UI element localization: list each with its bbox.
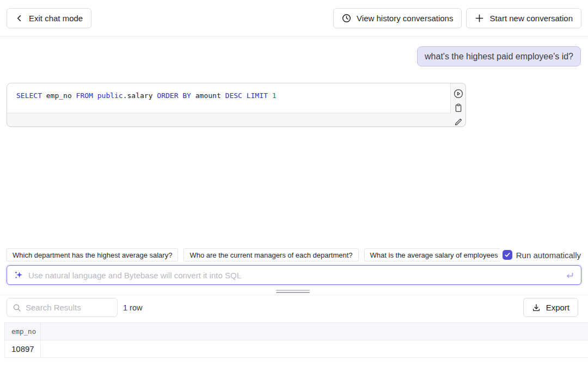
sql-token: SELECT: [16, 92, 42, 100]
sql-result-card: SELECT emp_no FROM public.salary ORDER B…: [7, 83, 466, 127]
copy-sql-button[interactable]: [454, 103, 463, 113]
run-sql-button[interactable]: [454, 89, 463, 99]
play-circle-icon: [454, 89, 463, 99]
results-table-body: 10897: [4, 340, 588, 358]
sql-code: SELECT emp_no FROM public.salary ORDER B…: [7, 83, 451, 113]
search-icon: [13, 303, 21, 312]
results-panel-divider: [0, 295, 588, 295]
start-new-conversation-button[interactable]: Start new conversation: [466, 8, 581, 28]
suggestion-chips: Which department has the highest average…: [7, 248, 500, 262]
sql-token: LIMIT: [247, 92, 268, 100]
run-automatically: Run automatically: [503, 249, 581, 261]
download-icon: [532, 303, 541, 312]
suggestion-chip[interactable]: Who are the current managers of each dep…: [183, 248, 358, 261]
view-history-button[interactable]: View history conversations: [333, 8, 462, 28]
row-count: 1 row: [123, 298, 142, 317]
sparkles-icon: [14, 270, 23, 280]
check-icon: [504, 252, 511, 258]
table-cell: 10897: [5, 340, 41, 357]
sql-token: public: [97, 92, 123, 100]
start-new-conversation-label: Start new conversation: [489, 14, 573, 23]
prompt-input-wrap: [7, 265, 581, 285]
clipboard-icon: [454, 103, 463, 112]
sql-token: [93, 92, 97, 100]
sql-token: emp_no: [42, 92, 76, 100]
table-row[interactable]: 10897: [4, 340, 588, 358]
export-label: Export: [546, 303, 569, 312]
sql-token: ORDER BY: [157, 92, 191, 100]
sql-token: DESC: [225, 92, 242, 100]
sql-token: [268, 92, 272, 100]
prompt-input[interactable]: [28, 271, 560, 280]
run-automatically-checkbox[interactable]: [503, 250, 512, 260]
edit-sql-button[interactable]: [454, 117, 463, 127]
chevron-left-icon: [15, 14, 23, 22]
sql-token: .: [123, 92, 127, 100]
run-automatically-label: Run automatically: [516, 251, 581, 260]
sql-token: salary: [127, 92, 157, 100]
suggestion-chip[interactable]: Which department has the highest average…: [7, 248, 178, 261]
sql-token: [242, 92, 247, 100]
results-table-header: emp_no: [4, 322, 588, 340]
plus-icon: [475, 14, 484, 23]
topbar: Exit chat mode View history conversation…: [0, 0, 588, 36]
sql-token: FROM: [76, 92, 93, 100]
search-results-input[interactable]: [26, 303, 112, 312]
suggestion-chip[interactable]: What is the average salary of employees: [364, 248, 500, 261]
chat-sql-page: Exit chat mode View history conversation…: [0, 0, 588, 372]
export-button[interactable]: Export: [523, 298, 578, 317]
exit-chat-mode-button[interactable]: Exit chat mode: [7, 8, 91, 28]
enter-return-icon: [565, 271, 574, 280]
column-header: emp_no: [5, 323, 41, 340]
user-message-bubble: what's the highest paid employee's id?: [417, 46, 581, 66]
panel-resize-grip[interactable]: [276, 290, 310, 293]
exit-chat-mode-label: Exit chat mode: [29, 14, 83, 23]
sql-card-actions: [454, 89, 463, 127]
sql-token: 1: [272, 92, 277, 100]
search-results-box: [7, 298, 118, 317]
sql-token: amount: [191, 92, 225, 100]
pencil-icon: [454, 118, 463, 126]
clock-icon: [342, 14, 351, 23]
user-message-text: what's the highest paid employee's id?: [425, 52, 573, 62]
view-history-label: View history conversations: [357, 14, 453, 23]
